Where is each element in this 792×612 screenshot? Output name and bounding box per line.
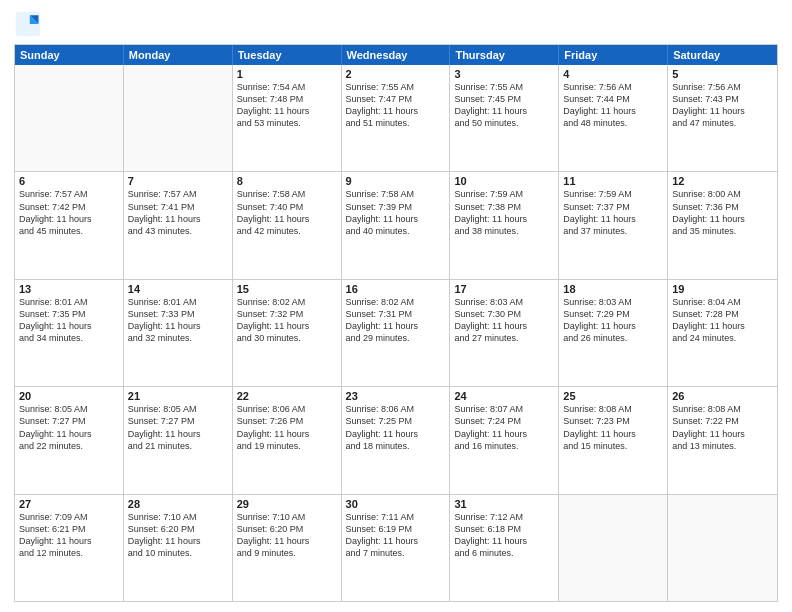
day-number: 1 xyxy=(237,68,337,80)
day-info: Sunrise: 8:07 AM Sunset: 7:24 PM Dayligh… xyxy=(454,403,554,452)
day-info: Sunrise: 8:06 AM Sunset: 7:25 PM Dayligh… xyxy=(346,403,446,452)
week-row-1: 1Sunrise: 7:54 AM Sunset: 7:48 PM Daylig… xyxy=(15,65,777,172)
day-cell: 8Sunrise: 7:58 AM Sunset: 7:40 PM Daylig… xyxy=(233,172,342,278)
day-info: Sunrise: 7:56 AM Sunset: 7:44 PM Dayligh… xyxy=(563,81,663,130)
day-number: 12 xyxy=(672,175,773,187)
day-header-thursday: Thursday xyxy=(450,45,559,65)
day-info: Sunrise: 7:55 AM Sunset: 7:47 PM Dayligh… xyxy=(346,81,446,130)
day-number: 2 xyxy=(346,68,446,80)
logo xyxy=(14,10,46,38)
day-cell: 7Sunrise: 7:57 AM Sunset: 7:41 PM Daylig… xyxy=(124,172,233,278)
day-header-tuesday: Tuesday xyxy=(233,45,342,65)
day-cell xyxy=(15,65,124,171)
day-cell: 29Sunrise: 7:10 AM Sunset: 6:20 PM Dayli… xyxy=(233,495,342,601)
day-cell: 21Sunrise: 8:05 AM Sunset: 7:27 PM Dayli… xyxy=(124,387,233,493)
day-info: Sunrise: 8:02 AM Sunset: 7:31 PM Dayligh… xyxy=(346,296,446,345)
day-number: 7 xyxy=(128,175,228,187)
weeks: 1Sunrise: 7:54 AM Sunset: 7:48 PM Daylig… xyxy=(15,65,777,601)
day-info: Sunrise: 8:03 AM Sunset: 7:30 PM Dayligh… xyxy=(454,296,554,345)
day-cell: 1Sunrise: 7:54 AM Sunset: 7:48 PM Daylig… xyxy=(233,65,342,171)
day-cell: 25Sunrise: 8:08 AM Sunset: 7:23 PM Dayli… xyxy=(559,387,668,493)
day-cell: 4Sunrise: 7:56 AM Sunset: 7:44 PM Daylig… xyxy=(559,65,668,171)
day-cell: 10Sunrise: 7:59 AM Sunset: 7:38 PM Dayli… xyxy=(450,172,559,278)
day-number: 4 xyxy=(563,68,663,80)
day-cell: 16Sunrise: 8:02 AM Sunset: 7:31 PM Dayli… xyxy=(342,280,451,386)
day-info: Sunrise: 7:10 AM Sunset: 6:20 PM Dayligh… xyxy=(237,511,337,560)
day-cell: 11Sunrise: 7:59 AM Sunset: 7:37 PM Dayli… xyxy=(559,172,668,278)
day-number: 31 xyxy=(454,498,554,510)
day-number: 15 xyxy=(237,283,337,295)
day-number: 25 xyxy=(563,390,663,402)
day-info: Sunrise: 8:02 AM Sunset: 7:32 PM Dayligh… xyxy=(237,296,337,345)
day-number: 10 xyxy=(454,175,554,187)
day-number: 6 xyxy=(19,175,119,187)
day-info: Sunrise: 8:00 AM Sunset: 7:36 PM Dayligh… xyxy=(672,188,773,237)
day-info: Sunrise: 8:04 AM Sunset: 7:28 PM Dayligh… xyxy=(672,296,773,345)
day-info: Sunrise: 8:08 AM Sunset: 7:23 PM Dayligh… xyxy=(563,403,663,452)
day-cell xyxy=(559,495,668,601)
day-number: 3 xyxy=(454,68,554,80)
day-number: 5 xyxy=(672,68,773,80)
day-info: Sunrise: 7:09 AM Sunset: 6:21 PM Dayligh… xyxy=(19,511,119,560)
day-cell: 31Sunrise: 7:12 AM Sunset: 6:18 PM Dayli… xyxy=(450,495,559,601)
day-info: Sunrise: 7:57 AM Sunset: 7:42 PM Dayligh… xyxy=(19,188,119,237)
day-cell: 3Sunrise: 7:55 AM Sunset: 7:45 PM Daylig… xyxy=(450,65,559,171)
day-cell: 30Sunrise: 7:11 AM Sunset: 6:19 PM Dayli… xyxy=(342,495,451,601)
day-cell xyxy=(124,65,233,171)
day-cell: 23Sunrise: 8:06 AM Sunset: 7:25 PM Dayli… xyxy=(342,387,451,493)
day-info: Sunrise: 7:58 AM Sunset: 7:40 PM Dayligh… xyxy=(237,188,337,237)
day-info: Sunrise: 8:06 AM Sunset: 7:26 PM Dayligh… xyxy=(237,403,337,452)
day-info: Sunrise: 7:56 AM Sunset: 7:43 PM Dayligh… xyxy=(672,81,773,130)
day-number: 27 xyxy=(19,498,119,510)
day-cell: 13Sunrise: 8:01 AM Sunset: 7:35 PM Dayli… xyxy=(15,280,124,386)
week-row-2: 6Sunrise: 7:57 AM Sunset: 7:42 PM Daylig… xyxy=(15,172,777,279)
week-row-3: 13Sunrise: 8:01 AM Sunset: 7:35 PM Dayli… xyxy=(15,280,777,387)
day-cell: 9Sunrise: 7:58 AM Sunset: 7:39 PM Daylig… xyxy=(342,172,451,278)
day-info: Sunrise: 8:05 AM Sunset: 7:27 PM Dayligh… xyxy=(19,403,119,452)
day-number: 21 xyxy=(128,390,228,402)
day-cell: 5Sunrise: 7:56 AM Sunset: 7:43 PM Daylig… xyxy=(668,65,777,171)
day-cell: 26Sunrise: 8:08 AM Sunset: 7:22 PM Dayli… xyxy=(668,387,777,493)
day-number: 19 xyxy=(672,283,773,295)
day-header-friday: Friday xyxy=(559,45,668,65)
day-number: 16 xyxy=(346,283,446,295)
day-info: Sunrise: 7:12 AM Sunset: 6:18 PM Dayligh… xyxy=(454,511,554,560)
day-cell xyxy=(668,495,777,601)
day-number: 9 xyxy=(346,175,446,187)
day-cell: 17Sunrise: 8:03 AM Sunset: 7:30 PM Dayli… xyxy=(450,280,559,386)
week-row-4: 20Sunrise: 8:05 AM Sunset: 7:27 PM Dayli… xyxy=(15,387,777,494)
logo-icon xyxy=(14,10,42,38)
day-number: 20 xyxy=(19,390,119,402)
day-cell: 20Sunrise: 8:05 AM Sunset: 7:27 PM Dayli… xyxy=(15,387,124,493)
day-number: 14 xyxy=(128,283,228,295)
day-number: 8 xyxy=(237,175,337,187)
day-number: 17 xyxy=(454,283,554,295)
day-info: Sunrise: 7:10 AM Sunset: 6:20 PM Dayligh… xyxy=(128,511,228,560)
day-number: 18 xyxy=(563,283,663,295)
day-info: Sunrise: 8:05 AM Sunset: 7:27 PM Dayligh… xyxy=(128,403,228,452)
day-number: 22 xyxy=(237,390,337,402)
calendar: SundayMondayTuesdayWednesdayThursdayFrid… xyxy=(14,44,778,602)
day-info: Sunrise: 7:11 AM Sunset: 6:19 PM Dayligh… xyxy=(346,511,446,560)
day-cell: 12Sunrise: 8:00 AM Sunset: 7:36 PM Dayli… xyxy=(668,172,777,278)
day-info: Sunrise: 8:08 AM Sunset: 7:22 PM Dayligh… xyxy=(672,403,773,452)
day-number: 23 xyxy=(346,390,446,402)
day-cell: 28Sunrise: 7:10 AM Sunset: 6:20 PM Dayli… xyxy=(124,495,233,601)
day-info: Sunrise: 8:01 AM Sunset: 7:33 PM Dayligh… xyxy=(128,296,228,345)
day-info: Sunrise: 8:03 AM Sunset: 7:29 PM Dayligh… xyxy=(563,296,663,345)
day-info: Sunrise: 7:58 AM Sunset: 7:39 PM Dayligh… xyxy=(346,188,446,237)
day-header-saturday: Saturday xyxy=(668,45,777,65)
day-header-monday: Monday xyxy=(124,45,233,65)
day-cell: 15Sunrise: 8:02 AM Sunset: 7:32 PM Dayli… xyxy=(233,280,342,386)
day-info: Sunrise: 7:59 AM Sunset: 7:38 PM Dayligh… xyxy=(454,188,554,237)
day-cell: 14Sunrise: 8:01 AM Sunset: 7:33 PM Dayli… xyxy=(124,280,233,386)
day-cell: 22Sunrise: 8:06 AM Sunset: 7:26 PM Dayli… xyxy=(233,387,342,493)
day-header-wednesday: Wednesday xyxy=(342,45,451,65)
day-cell: 24Sunrise: 8:07 AM Sunset: 7:24 PM Dayli… xyxy=(450,387,559,493)
day-info: Sunrise: 7:57 AM Sunset: 7:41 PM Dayligh… xyxy=(128,188,228,237)
day-cell: 6Sunrise: 7:57 AM Sunset: 7:42 PM Daylig… xyxy=(15,172,124,278)
day-number: 13 xyxy=(19,283,119,295)
day-cell: 2Sunrise: 7:55 AM Sunset: 7:47 PM Daylig… xyxy=(342,65,451,171)
week-row-5: 27Sunrise: 7:09 AM Sunset: 6:21 PM Dayli… xyxy=(15,495,777,601)
day-info: Sunrise: 8:01 AM Sunset: 7:35 PM Dayligh… xyxy=(19,296,119,345)
